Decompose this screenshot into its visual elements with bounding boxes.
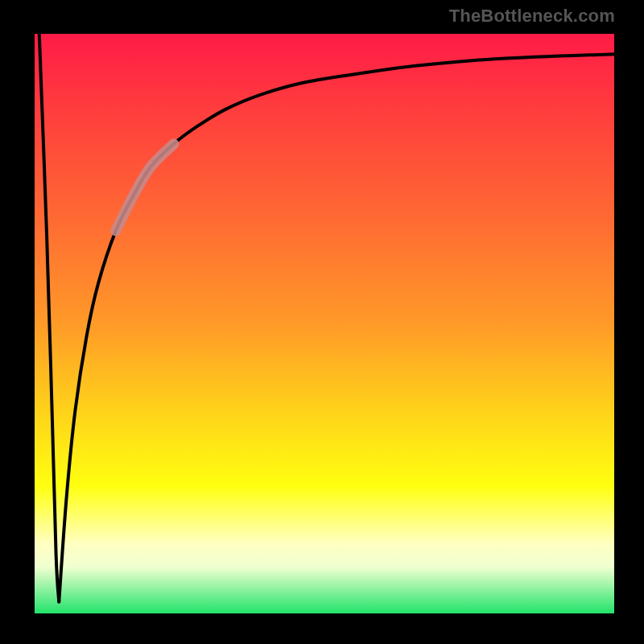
curve-left-drop <box>39 34 59 602</box>
watermark-text: TheBottleneck.com <box>449 6 615 27</box>
plot-area <box>35 34 614 613</box>
chart-frame: TheBottleneck.com <box>0 0 644 644</box>
curve-layer <box>35 34 614 613</box>
curve-highlight-segment <box>116 144 174 231</box>
curve-main <box>59 54 614 601</box>
